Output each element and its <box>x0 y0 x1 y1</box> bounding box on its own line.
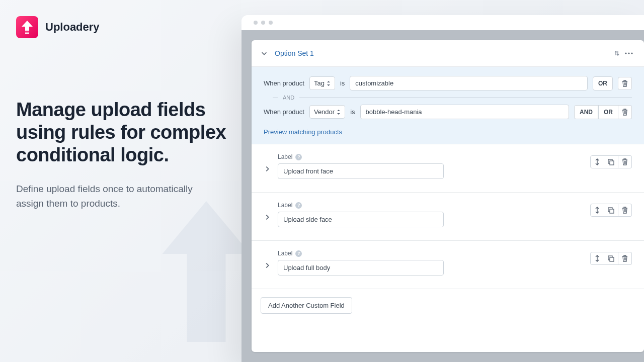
and-separator: AND <box>273 95 632 101</box>
field-actions <box>590 155 632 168</box>
or-button[interactable]: OR <box>598 105 618 119</box>
reorder-button[interactable] <box>590 252 604 265</box>
card-footer: Add Another Custom Field <box>252 289 644 322</box>
traffic-light <box>254 21 258 25</box>
option-set-title: Option Set 1 <box>275 49 611 57</box>
svg-rect-1 <box>25 33 29 34</box>
reorder-button[interactable] <box>590 204 604 217</box>
svg-point-4 <box>631 52 632 54</box>
help-icon[interactable]: ? <box>295 154 302 160</box>
field-label-input[interactable]: Upload side face <box>278 212 444 227</box>
chevron-right-icon[interactable] <box>264 262 271 269</box>
field-label-input[interactable]: Upload front face <box>278 163 444 179</box>
brand-name: Uploadery <box>45 21 100 34</box>
traffic-light <box>269 21 273 25</box>
field-row: Label ? Upload front face <box>252 144 644 193</box>
subhead: Define upload fields once to automatical… <box>16 182 207 211</box>
condition-row: When product Tag is customizable OR <box>264 76 632 90</box>
duplicate-button[interactable] <box>604 204 618 217</box>
delete-button[interactable] <box>618 105 632 119</box>
duplicate-button[interactable] <box>604 155 618 168</box>
condition-value-input[interactable]: customizable <box>350 76 588 90</box>
field-body: Label ? Upload front face <box>278 153 583 179</box>
logic-buttons: AND OR <box>574 105 632 119</box>
chevron-down-icon <box>261 50 268 57</box>
field-actions <box>590 204 632 217</box>
app-canvas: Option Set 1 When product Tag is customi… <box>242 30 644 362</box>
headline: Manage upload fields using rules for com… <box>16 99 227 166</box>
condition-op: is <box>350 108 355 116</box>
window-chrome <box>242 15 644 30</box>
add-field-button[interactable]: Add Another Custom Field <box>261 297 352 314</box>
brand: Uploadery <box>16 16 227 38</box>
svg-point-2 <box>625 52 626 54</box>
delete-button[interactable] <box>618 155 632 168</box>
condition-prefix: When product <box>264 108 304 116</box>
condition-value-input[interactable]: bobble-head-mania <box>360 105 569 119</box>
svg-point-3 <box>628 52 629 54</box>
chevron-right-icon[interactable] <box>264 214 271 221</box>
app-window: Option Set 1 When product Tag is customi… <box>242 15 644 362</box>
attr-select[interactable]: Vendor <box>309 105 345 119</box>
more-icon[interactable] <box>623 47 635 59</box>
field-row: Label ? Upload full body <box>252 241 644 289</box>
marketing-panel: Uploadery Manage upload fields using rul… <box>16 16 227 211</box>
reorder-button[interactable] <box>590 155 604 168</box>
preview-matching-link[interactable]: Preview matching products <box>264 128 632 136</box>
duplicate-button[interactable] <box>604 252 618 265</box>
svg-rect-8 <box>610 209 614 213</box>
svg-rect-10 <box>610 257 614 261</box>
field-row: Label ? Upload side face <box>252 193 644 241</box>
field-label-caption: Label ? <box>278 250 583 257</box>
condition-op: is <box>340 79 345 87</box>
or-button[interactable]: OR <box>593 76 613 90</box>
field-label-caption: Label ? <box>278 153 583 160</box>
brand-logo <box>16 16 38 38</box>
reorder-icon[interactable] <box>611 47 623 59</box>
conditions-panel: When product Tag is customizable OR AND … <box>252 67 644 144</box>
field-actions <box>590 252 632 265</box>
field-label-input[interactable]: Upload full body <box>278 260 444 276</box>
field-body: Label ? Upload full body <box>278 250 583 276</box>
delete-button[interactable] <box>618 204 632 217</box>
svg-rect-6 <box>610 161 614 165</box>
and-button[interactable]: AND <box>574 105 598 119</box>
field-body: Label ? Upload side face <box>278 202 583 227</box>
delete-button[interactable] <box>618 252 632 265</box>
delete-button[interactable] <box>618 77 632 90</box>
bg-decoration <box>161 201 252 342</box>
traffic-light <box>261 21 265 25</box>
svg-rect-0 <box>25 32 29 33</box>
condition-row: When product Vendor is bobble-head-mania… <box>264 105 632 119</box>
option-set-header[interactable]: Option Set 1 <box>252 40 644 67</box>
option-set-card: Option Set 1 When product Tag is customi… <box>252 40 644 352</box>
help-icon[interactable]: ? <box>295 250 302 257</box>
attr-select[interactable]: Tag <box>309 76 335 90</box>
chevron-right-icon[interactable] <box>264 165 271 172</box>
help-icon[interactable]: ? <box>295 202 302 209</box>
field-label-caption: Label ? <box>278 202 583 209</box>
condition-prefix: When product <box>264 79 304 87</box>
